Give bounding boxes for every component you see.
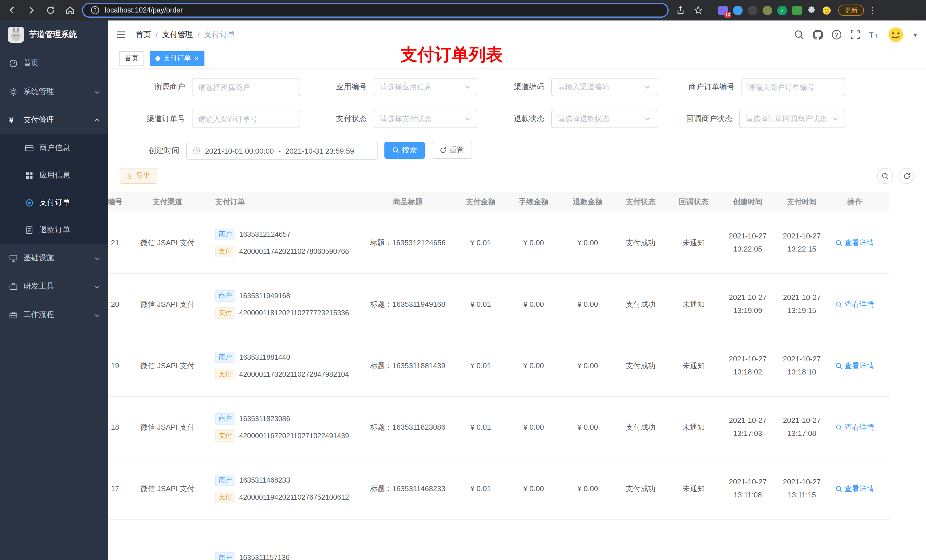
- pay-status-select[interactable]: 请选择支付状态: [374, 110, 477, 128]
- sidebar-item-infra[interactable]: 基础设施: [0, 244, 108, 272]
- user-avatar[interactable]: [888, 27, 904, 43]
- gear-icon: [9, 88, 18, 96]
- sidebar-submenu-pay: 商户信息 应用信息 支付订单 退款订单: [0, 134, 108, 244]
- filter-channel-order-no: 渠道订单号: [120, 110, 300, 128]
- cell-order: 商户1635311157136: [205, 519, 360, 560]
- refund-status-select[interactable]: 请选择退款状态: [551, 110, 657, 128]
- refresh-table-button[interactable]: [899, 168, 915, 184]
- extension-emoji-icon[interactable]: [822, 5, 831, 15]
- cell-notify: 未通知: [667, 297, 720, 312]
- field-label: 创建时间: [120, 146, 186, 156]
- fullscreen-icon[interactable]: [850, 30, 861, 40]
- channel-order-no-input[interactable]: [192, 110, 300, 128]
- view-detail-link[interactable]: 查看详情: [835, 238, 874, 248]
- close-icon[interactable]: ×: [194, 54, 198, 62]
- pay-order-no: 4200001167202110271022491439: [239, 432, 349, 440]
- merchant-input[interactable]: [192, 78, 300, 96]
- cell-refund: ¥ 0.00: [561, 482, 614, 495]
- back-icon[interactable]: [7, 5, 17, 15]
- bookmark-star-icon[interactable]: [693, 5, 703, 15]
- browser-menu-icon[interactable]: ⋮: [869, 6, 876, 15]
- font-size-icon[interactable]: TT: [869, 30, 879, 40]
- merchant-tag: 商户: [215, 413, 235, 424]
- breadcrumb-home[interactable]: 首页: [136, 30, 151, 40]
- dashboard-icon: [9, 59, 18, 68]
- help-icon[interactable]: ?: [831, 30, 842, 40]
- pay-order-no: 4200001173202110272847982104: [239, 370, 349, 378]
- cell-title: 标题：1635311881439: [360, 358, 455, 373]
- filter-row-2: 渠道订单号 支付状态 请选择支付状态 退款状态 请选择退款状态: [120, 110, 915, 128]
- extension-dark-circle-icon[interactable]: [748, 5, 757, 15]
- cell-channel: 微信 JSAPI 支付: [130, 358, 205, 373]
- merchant-order-no-input[interactable]: [741, 78, 845, 96]
- merchant-tag: 商户: [215, 352, 235, 363]
- browser-update-button[interactable]: 更新: [838, 5, 864, 16]
- home-icon[interactable]: [65, 5, 75, 15]
- search-button[interactable]: 搜索: [384, 142, 425, 159]
- view-detail-link[interactable]: 查看详情: [835, 422, 874, 432]
- cell-action: 查看详情: [828, 358, 882, 373]
- extension-chat-icon[interactable]: [792, 5, 802, 15]
- refresh-icon[interactable]: [45, 5, 56, 15]
- reset-button[interactable]: 重置: [432, 142, 472, 159]
- search-icon[interactable]: [794, 30, 804, 40]
- sidebar-item-refund-order[interactable]: 退款订单: [0, 216, 108, 244]
- sidebar-fold-icon[interactable]: [116, 30, 126, 40]
- share-icon[interactable]: [675, 5, 686, 15]
- cell-title: 标题：1635311468233: [360, 481, 455, 496]
- extension-drop-icon[interactable]: [733, 5, 743, 15]
- notify-status-select[interactable]: 请选择订单回调商户状态: [739, 110, 845, 128]
- col-amount: 支付金额: [455, 194, 506, 209]
- cell-channel: 微信 JSAPI 支付: [130, 297, 205, 312]
- sidebar-item-label: 首页: [23, 58, 39, 68]
- sidebar-item-pay-order[interactable]: 支付订单: [0, 189, 108, 216]
- sidebar-item-system[interactable]: 系统管理: [0, 77, 108, 106]
- pay-tag: 支付: [215, 430, 235, 441]
- app-select[interactable]: 请选择应用信息: [374, 78, 477, 96]
- export-button[interactable]: 导出: [120, 168, 157, 184]
- merchant-order-no: 1635311881440: [239, 353, 290, 361]
- field-label: 渠道订单号: [120, 114, 192, 124]
- sidebar-item-home[interactable]: 首页: [0, 49, 108, 77]
- tab-home[interactable]: 首页: [119, 51, 144, 66]
- create-time-range-picker[interactable]: 2021-10-01 00:00:00 - 2021-10-31 23:59:5…: [186, 142, 378, 160]
- extension-check-icon[interactable]: ✓: [777, 5, 787, 15]
- channel-code-select[interactable]: 请输入渠道编码: [551, 78, 657, 96]
- cell-title: 标题：1635312124656: [360, 235, 455, 250]
- extensions-puzzle-icon[interactable]: [807, 5, 817, 15]
- magnifier-icon: [835, 485, 842, 492]
- cell-title: 标题：1635311949168: [360, 297, 455, 312]
- pay-order-no: 4200001194202110276752100612: [239, 493, 349, 501]
- avatar-caret-icon[interactable]: ▼: [912, 32, 918, 38]
- view-detail-link[interactable]: 查看详情: [835, 361, 874, 371]
- sidebar-item-merchant-info[interactable]: 商户信息: [0, 134, 108, 162]
- view-detail-link[interactable]: 查看详情: [835, 483, 874, 494]
- sidebar-item-pay[interactable]: ¥ 支付管理: [0, 106, 108, 134]
- app-title: 芋道管理系统: [29, 30, 77, 40]
- browser-page-actions: [669, 5, 710, 15]
- filter-app: 应用编号 请选择应用信息: [300, 78, 477, 96]
- extension-pixel-icon[interactable]: 10: [718, 5, 728, 15]
- sidebar-item-dev-tools[interactable]: 研发工具: [0, 272, 108, 300]
- tab-pay-order[interactable]: 支付订单 ×: [150, 51, 204, 66]
- forward-icon[interactable]: [26, 5, 36, 15]
- browser-address-bar[interactable]: localhost:1024/pay/order: [82, 3, 669, 18]
- view-detail-link[interactable]: 查看详情: [835, 299, 874, 309]
- sidebar-item-app-info[interactable]: 应用信息: [0, 162, 108, 189]
- site-info-icon[interactable]: [90, 5, 100, 15]
- download-icon: [126, 172, 133, 179]
- cell-amount: ¥ 0.01: [455, 236, 506, 249]
- breadcrumb-section[interactable]: 支付管理: [162, 30, 193, 40]
- toggle-search-button[interactable]: [877, 168, 893, 184]
- field-label: 回调商户状态: [657, 114, 739, 124]
- svg-text:T: T: [869, 31, 874, 39]
- cell-status: 支付成功: [614, 420, 667, 435]
- github-icon[interactable]: [813, 30, 823, 40]
- merchant-order-no: 1635311823086: [239, 415, 290, 423]
- cell-notify: 未通知: [667, 235, 720, 250]
- breadcrumb-separator: /: [156, 30, 158, 39]
- col-title: 商品标题: [360, 194, 455, 209]
- sidebar-item-workflow[interactable]: 工作流程: [0, 300, 108, 329]
- extension-olive-circle-icon[interactable]: [763, 5, 772, 15]
- cell-create-time: 2021-10-2713:17:03: [720, 412, 776, 442]
